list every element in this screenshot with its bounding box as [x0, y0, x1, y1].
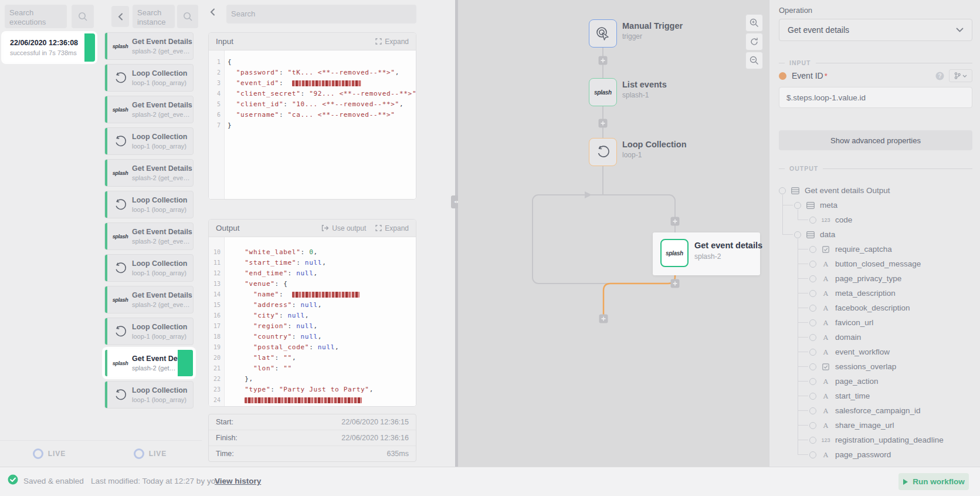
operation-select[interactable]: Get event details	[779, 19, 972, 41]
selected-step-card[interactable]: splash Get event details splash-2	[653, 232, 760, 275]
output-tree-item[interactable]: Afavicon_url	[769, 315, 980, 330]
workflow-canvas[interactable]: Manual Trigger trigger splash List event…	[458, 0, 769, 467]
search-log-input[interactable]: Search	[226, 5, 416, 23]
string-type-icon: A	[820, 451, 832, 459]
instance-back-button[interactable]	[111, 6, 129, 27]
zoom-in-button[interactable]	[745, 14, 763, 32]
step-card[interactable]: splashGet Event Detailssplash-2 (get_eve…	[104, 159, 194, 187]
tree-item-label: meta	[820, 201, 837, 210]
search-instance-input[interactable]: Search instance	[133, 5, 175, 28]
manual-trigger-node[interactable]	[589, 19, 617, 48]
loop-collection-node[interactable]	[589, 138, 617, 166]
step-card[interactable]: Loop Collectionloop-1 (loop_array)	[104, 318, 194, 345]
radio-icon[interactable]	[809, 334, 816, 341]
code-line: 19 "postal_code": null,	[209, 342, 416, 352]
jsonpath-picker-button[interactable]	[949, 69, 972, 82]
radio-icon[interactable]	[809, 217, 816, 224]
reset-zoom-button[interactable]	[745, 33, 763, 50]
output-tree-item[interactable]: Afacebook_description	[769, 301, 980, 315]
search-executions-button[interactable]	[72, 5, 94, 28]
output-tree-item[interactable]: Astart_time	[769, 389, 980, 403]
execution-card[interactable]: 22/06/2020 12:36:08 successful in 7s 738…	[4, 33, 95, 62]
event-id-input[interactable]: $.steps.loop-1.value.id	[779, 87, 972, 108]
view-history-link[interactable]: View history	[215, 477, 261, 485]
help-icon[interactable]: ?	[935, 72, 944, 80]
zoom-out-button[interactable]	[745, 52, 763, 69]
step-card-selected[interactable]: splashGet Event Detailssplash-2 (get_eve…	[104, 349, 194, 377]
loop-title: Loop Collection	[622, 140, 687, 149]
search-log-placeholder: Search	[231, 9, 255, 18]
instance-live-toggle[interactable]: LIVE	[99, 440, 202, 467]
event-id-value: $.steps.loop-1.value.id	[786, 93, 866, 102]
output-tree-item[interactable]: 123registration_updating_deadline	[769, 433, 980, 447]
step-card[interactable]: Loop Collectionloop-1 (loop_array)	[104, 381, 194, 409]
output-tree-item[interactable]: Ashare_image_url	[769, 418, 980, 433]
step-card[interactable]: splashGet Event Detailssplash-2 (get_eve…	[104, 286, 194, 313]
output-tree-item[interactable]: meta	[769, 198, 980, 212]
radio-icon[interactable]	[809, 319, 816, 326]
get-event-details-node[interactable]: splash	[660, 239, 689, 267]
event-id-label: Event ID	[792, 71, 823, 80]
code-line: 23 "type": "Party Just to Party",	[209, 384, 416, 394]
radio-icon[interactable]	[809, 275, 816, 282]
radio-icon[interactable]	[809, 393, 816, 400]
list-events-sub: splash-1	[622, 91, 649, 99]
output-code-area[interactable]: 10 "white_label": 0,11 "start_time": nul…	[209, 237, 416, 406]
log-back-button[interactable]	[210, 8, 215, 16]
output-tree-item[interactable]: data	[769, 227, 980, 242]
output-tree-item[interactable]: sessions_overlap	[769, 359, 980, 374]
step-title: Get Event Details	[132, 101, 192, 109]
output-tree-item[interactable]: Get event details Output	[769, 183, 980, 198]
output-expand-button[interactable]: Expand	[375, 224, 409, 232]
step-subtitle: splash-2 (get_event_d…	[132, 238, 191, 245]
output-tree-item[interactable]: require_captcha	[769, 242, 980, 257]
output-tree-item[interactable]: Asalesforce_campaign_id	[769, 403, 980, 418]
radio-icon[interactable]	[809, 451, 816, 458]
output-tree-item[interactable]: Abutton_closed_message	[769, 257, 980, 271]
radio-icon[interactable]	[809, 349, 816, 356]
step-card[interactable]: splashGet Event Detailssplash-2 (get_eve…	[104, 222, 194, 250]
use-output-button[interactable]: Use output	[321, 224, 366, 232]
input-code-area[interactable]: 1{2 "password": "tK... <**--removed--**>…	[209, 50, 416, 199]
show-advanced-properties-button[interactable]: Show advanced properties	[779, 130, 972, 150]
code-line: 12 "end_time": null,	[209, 268, 416, 278]
output-tree-item[interactable]: Apage_action	[769, 374, 980, 389]
step-card[interactable]: splashGet Event Detailssplash-2 (get_eve…	[104, 32, 194, 60]
step-card[interactable]: splashGet Event Detailssplash-2 (get_eve…	[104, 96, 194, 123]
output-tree-item[interactable]: Apage_password	[769, 447, 980, 462]
output-tree-item[interactable]: 123code	[769, 212, 980, 227]
radio-icon[interactable]	[809, 305, 816, 312]
radio-icon[interactable]	[809, 437, 816, 444]
tree-item-label: Get event details Output	[805, 186, 890, 195]
executions-live-toggle[interactable]: LIVE	[0, 440, 99, 467]
step-card[interactable]: Loop Collectionloop-1 (loop_array)	[104, 64, 194, 92]
output-tree-item[interactable]: Ameta_description	[769, 286, 980, 301]
output-tree-item[interactable]: Aevent_workflow	[769, 345, 980, 359]
radio-icon[interactable]	[779, 187, 786, 194]
step-subtitle: loop-1 (loop_array)	[132, 333, 186, 340]
radio-icon[interactable]	[809, 261, 816, 268]
step-card[interactable]: Loop Collectionloop-1 (loop_array)	[104, 127, 194, 155]
radio-icon[interactable]	[809, 422, 816, 429]
search-instance-button[interactable]	[177, 5, 198, 28]
radio-icon[interactable]	[809, 407, 816, 414]
step-success-bar	[105, 382, 107, 408]
radio-icon[interactable]	[809, 246, 816, 253]
input-expand-button[interactable]: Expand	[375, 38, 409, 46]
radio-icon[interactable]	[794, 202, 801, 209]
list-events-node[interactable]: splash	[589, 78, 617, 106]
output-tree-item[interactable]: Apage_privacy_type	[769, 271, 980, 286]
step-card[interactable]: Loop Collectionloop-1 (loop_array)	[104, 191, 194, 218]
string-type-icon: A	[820, 392, 832, 400]
input-panel: Input Expand 1{2 "password": "tK... <**-…	[208, 32, 416, 200]
radio-icon[interactable]	[809, 378, 816, 385]
run-workflow-button[interactable]: Run workflow	[898, 473, 969, 490]
step-card[interactable]: Loop Collectionloop-1 (loop_array)	[104, 254, 194, 282]
radio-icon[interactable]	[809, 290, 816, 297]
radio-icon[interactable]	[809, 363, 816, 370]
search-executions-placeholder: Search executions	[9, 8, 46, 26]
search-executions-input[interactable]: Search executions	[5, 5, 67, 28]
output-tree-item[interactable]: Adomain	[769, 330, 980, 345]
tree-item-label: start_time	[835, 392, 870, 400]
radio-icon[interactable]	[794, 231, 801, 238]
